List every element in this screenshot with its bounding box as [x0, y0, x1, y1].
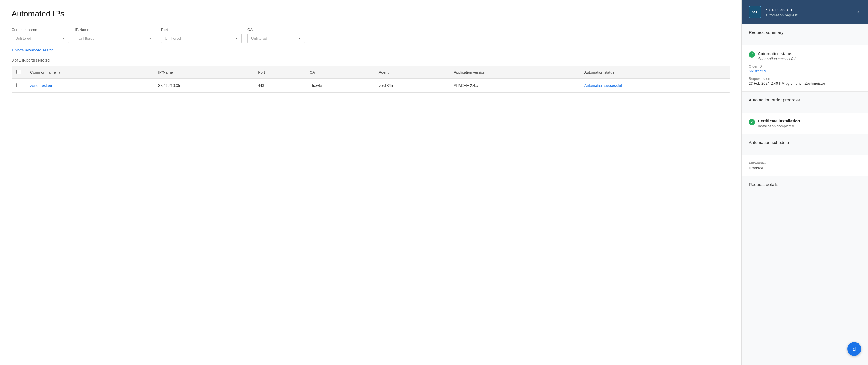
cert-install-title: Certificate installation	[758, 119, 800, 123]
automation-progress-body: ✓ Certificate installation Installation …	[742, 113, 868, 134]
cell-app-version: APACHE 2.4.x	[449, 79, 580, 93]
selection-count: 0 of 1 IP/ports selected	[11, 58, 730, 62]
row-checkbox-cell	[12, 79, 26, 93]
filter-group-common-name: Common name Unfiltered ▼	[11, 28, 69, 43]
right-panel: SSL zoner-test.eu automation request × R…	[741, 0, 868, 365]
table-wrapper: Common name ▼ IP/Name Port CA Agent	[11, 66, 730, 93]
cell-automation-status: Automation successful	[580, 79, 730, 93]
order-id-value[interactable]: 661027276	[749, 69, 861, 73]
requested-on-row: Requested on 23 Feb 2024 2:40 PM by Jind…	[749, 77, 861, 86]
filter-select-ip-name[interactable]: Unfiltered ▼	[75, 34, 155, 43]
close-button[interactable]: ×	[856, 8, 861, 16]
common-name-link[interactable]: zoner-test.eu	[30, 84, 52, 88]
automation-status-value: Automation successful	[758, 57, 795, 61]
filter-select-port[interactable]: Unfiltered ▼	[161, 34, 242, 43]
chevron-down-icon: ▼	[149, 37, 152, 40]
filter-label-ca: CA	[247, 28, 305, 32]
panel-header-content: SSL zoner-test.eu automation request	[749, 6, 797, 19]
col-header-port: Port	[253, 66, 305, 79]
requested-on-label: Requested on	[749, 77, 861, 81]
show-advanced-search-link[interactable]: + Show advanced search	[11, 48, 54, 52]
main-panel: Automated IPs Common name Unfiltered ▼ I…	[0, 0, 741, 365]
avatar-fab[interactable]: d	[847, 342, 861, 356]
automated-ips-table: Common name ▼ IP/Name Port CA Agent	[12, 66, 730, 92]
request-details-section: Request details	[742, 176, 868, 197]
cell-agent: vps1845	[374, 79, 449, 93]
filter-label-common-name: Common name	[11, 28, 69, 32]
checkbox-header	[12, 66, 26, 79]
automation-status-row: ✓ Automation status Automation successfu…	[749, 51, 861, 61]
request-details-title: Request details	[749, 182, 861, 187]
select-all-checkbox[interactable]	[17, 70, 21, 74]
col-header-automation-status: Automation status	[580, 66, 730, 79]
table-header-row: Common name ▼ IP/Name Port CA Agent	[12, 66, 730, 79]
certificate-installation-item: ✓ Certificate installation Installation …	[749, 119, 861, 128]
automation-status-link[interactable]: Automation successful	[584, 84, 622, 88]
requested-on-value: 23 Feb 2024 2:40 PM by Jindrich Zechmeis…	[749, 81, 861, 86]
panel-subtitle: automation request	[765, 13, 797, 17]
filter-select-ca[interactable]: Unfiltered ▼	[247, 34, 305, 43]
chevron-down-icon: ▼	[62, 37, 65, 40]
col-header-common-name[interactable]: Common name ▼	[26, 66, 154, 79]
automation-status-block: Automation status Automation successful	[758, 51, 795, 61]
ssl-badge: SSL	[749, 6, 761, 19]
automation-schedule-body: Auto-renew Disabled	[742, 156, 868, 176]
col-header-ip-name: IP/Name	[154, 66, 253, 79]
status-success-icon: ✓	[749, 52, 755, 58]
request-summary-section-header: Request summary	[742, 24, 868, 45]
cell-ip-name: 37.46.210.35	[154, 79, 253, 93]
filter-group-ip-name: IP/Name Unfiltered ▼	[75, 28, 155, 43]
filter-label-ip-name: IP/Name	[75, 28, 155, 32]
cell-common-name: zoner-test.eu	[26, 79, 154, 93]
order-id-label: Order ID	[749, 64, 861, 68]
filter-group-ca: CA Unfiltered ▼	[247, 28, 305, 43]
automation-schedule-section-header: Automation schedule	[742, 134, 868, 156]
filter-label-port: Port	[161, 28, 242, 32]
col-header-app-version: Application version	[449, 66, 580, 79]
request-summary-title: Request summary	[749, 30, 861, 35]
cert-install-block: Certificate installation Installation co…	[758, 119, 800, 128]
cert-install-icon: ✓	[749, 119, 755, 125]
filters-row: Common name Unfiltered ▼ IP/Name Unfilte…	[11, 28, 730, 43]
col-header-ca: CA	[305, 66, 374, 79]
chevron-down-icon: ▼	[235, 37, 238, 40]
sort-icon: ▼	[58, 71, 61, 74]
cell-ca: Thawte	[305, 79, 374, 93]
auto-renew-label: Auto-renew	[749, 161, 861, 165]
panel-header: SSL zoner-test.eu automation request ×	[742, 0, 868, 24]
automation-progress-section-header: Automation order progress	[742, 92, 868, 113]
col-header-agent: Agent	[374, 66, 449, 79]
automation-status-label: Automation status	[758, 51, 795, 56]
automation-schedule-title: Automation schedule	[749, 140, 861, 145]
automation-progress-title: Automation order progress	[749, 97, 861, 102]
filter-select-common-name[interactable]: Unfiltered ▼	[11, 34, 69, 43]
cell-port: 443	[253, 79, 305, 93]
cert-install-subtitle: Installation completed	[758, 124, 800, 128]
page-title: Automated IPs	[11, 9, 730, 19]
row-checkbox[interactable]	[17, 83, 21, 87]
chevron-down-icon: ▼	[298, 37, 301, 40]
panel-domain: zoner-test.eu	[765, 7, 797, 12]
auto-renew-value: Disabled	[749, 166, 861, 170]
request-summary-body: ✓ Automation status Automation successfu…	[742, 45, 868, 92]
filter-group-port: Port Unfiltered ▼	[161, 28, 242, 43]
table-row: zoner-test.eu 37.46.210.35 443 Thawte vp…	[12, 79, 730, 93]
order-id-row: Order ID 661027276	[749, 64, 861, 73]
panel-header-text: zoner-test.eu automation request	[765, 7, 797, 17]
